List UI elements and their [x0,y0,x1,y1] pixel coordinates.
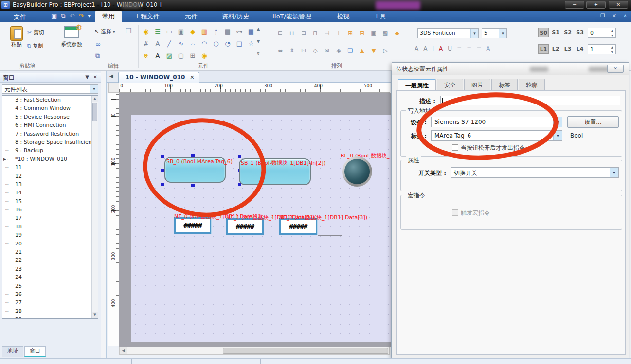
save-icon[interactable]: ▣ [51,12,57,20]
bit-lamp-icon[interactable]: ◉ [141,27,151,36]
ribbon-tab-object[interactable]: 元件 [178,11,204,22]
align-left-icon[interactable]: ⊑ [275,29,285,37]
tree-item[interactable]: 4 : Common Window [2,104,98,112]
align-text-right-icon[interactable]: ≡ [476,45,481,52]
same-height-icon[interactable]: ⊟ [357,29,367,37]
tree-item[interactable]: 21 [2,248,98,256]
state-s0-button[interactable]: S0 [538,28,549,37]
undo-icon[interactable]: ↶ [70,12,75,20]
state-s2-button[interactable]: S2 [562,28,573,37]
ribbon-tab-view[interactable]: 检视 [330,11,356,22]
release-command-checkbox[interactable]: 当按钮松开后才发出指令 [452,144,525,152]
language-spinner[interactable]: 1 ▲ ▼ [588,44,616,54]
font-family-dropdown-icon[interactable]: ▾ [470,29,478,38]
tree-item[interactable]: 27 [2,298,98,307]
canvas-tab-window010[interactable]: 10 - WINDOW_010✕ [118,72,199,83]
address-settings-button[interactable]: 设置... [567,116,619,128]
app-icon[interactable]: ⊞ [1,1,10,9]
selection-handle[interactable] [191,154,195,157]
resize-icon[interactable]: ◇ [310,46,320,55]
toggle-switch-icon[interactable]: ◆ [188,27,198,36]
file-menu-button[interactable]: 文件 [5,12,35,22]
tree-item[interactable]: 23 [2,265,98,273]
align-text-center-icon[interactable]: ≡ [467,45,471,52]
tag-dropdown-icon[interactable]: ▾ [553,131,562,140]
paste-button[interactable]: 粘贴 [4,26,29,48]
switch-type-select[interactable]: 切换开关▾ [451,167,619,178]
ribbon-tab-iiot[interactable]: IIoT/能源管理 [266,11,318,22]
pin-icon[interactable]: ◆ [392,29,402,37]
clear-format-icon[interactable]: A [486,45,490,52]
nudge-icon[interactable]: ⊡ [299,46,308,55]
tree-item[interactable]: *10 : WINDOW_010 [2,155,98,163]
select-button[interactable]: ↖ 选择 ▾ [94,28,115,35]
tree-item[interactable]: 15 [2,197,98,206]
rotate-icon[interactable]: ◈ [334,46,343,55]
language-l3-button[interactable]: L3 [562,44,573,54]
hmi-toggle-switch-sb1[interactable]: SB_1 (Bool-数据块_1[DB1]-In[2]) [239,158,311,185]
slider-icon[interactable]: ⊶ [234,27,244,36]
tree-item[interactable]: 7 : Password Restriction [2,130,98,138]
line-icon[interactable]: ╱ [164,39,174,49]
rectangle-icon[interactable]: □ [234,39,244,49]
distribute-vertical-icon[interactable]: ⇕ [287,46,297,55]
align-center-icon[interactable]: ⊔ [287,29,297,37]
language-l1-button[interactable]: L1 [538,44,549,54]
picture-icon[interactable]: ▨ [164,51,174,61]
option-list-icon[interactable]: ▤ [223,27,233,36]
multi-state-switch-icon[interactable]: ▥ [199,27,209,36]
ascii-object-icon[interactable]: A [153,39,162,49]
tree-item[interactable]: 25 [2,282,98,290]
pie-icon[interactable]: ◔ [223,39,233,49]
tree-item[interactable]: 6 : HMI Connection [2,121,98,129]
device-select[interactable]: Siemens S7-1200▾ [431,117,562,127]
close-button[interactable]: ✕ [609,1,628,9]
tree-item[interactable]: 28 [2,307,98,315]
set-bit-icon[interactable]: ▭ [164,27,174,36]
panel-collapse-icon[interactable]: ▼ [85,74,89,80]
language-l2-button[interactable]: L2 [550,44,561,54]
spin-down-icon[interactable]: ▼ [609,50,615,54]
quick-access-dropdown-icon[interactable]: ▾ [88,12,91,20]
tree-item[interactable]: 5 : Device Response [2,113,98,121]
tree-item[interactable]: 26 [2,290,98,298]
polyline-icon[interactable]: ⌢ [188,39,198,49]
state-spinner[interactable]: 0 ▲ ▼ [588,28,616,38]
selection-handle[interactable] [191,184,195,187]
distribute-horizontal-icon[interactable]: ⇔ [275,46,285,55]
layer-front-icon[interactable]: ❏ [345,46,355,55]
components-scroll-up-icon[interactable]: ▲ [257,27,260,31]
tree-item[interactable]: 17 [2,214,98,222]
language-l4-button[interactable]: L4 [575,44,585,54]
spin-up-icon[interactable]: ▲ [609,28,615,33]
font-size-dropdown-icon[interactable]: ▾ [499,29,506,38]
canvas-horizontal-scrollbar[interactable]: ◀ [119,347,390,355]
frame-icon[interactable]: ▢ [176,51,186,61]
align-top-icon[interactable]: ⊓ [310,29,320,37]
state-s3-button[interactable]: S3 [575,28,585,37]
tree-item[interactable]: 11 [2,163,98,172]
scale-icon[interactable]: ⋇ [141,51,151,61]
system-parameters-button[interactable]: ⚙ 系统参数 [57,26,86,48]
description-input[interactable] [440,96,620,105]
tree-item[interactable]: 29 [2,315,98,319]
overlap-window-icon[interactable]: ❐ [126,27,132,35]
select-dropdown-icon[interactable]: ▾ [113,30,115,34]
device-dropdown-icon[interactable]: ▾ [553,117,562,127]
align-middle-icon[interactable]: ⊣ [322,29,332,37]
multi-copy-icon[interactable]: ⧉ [95,52,100,60]
tree-item[interactable]: 20 [2,240,98,248]
scroll-up-icon[interactable]: ▲ [92,96,98,102]
word-lamp-icon[interactable]: ☰ [153,27,162,36]
circle-icon[interactable]: ○ [211,39,221,49]
freehand-icon[interactable]: ∿ [176,39,186,49]
selection-handle[interactable] [238,155,241,158]
redo-icon[interactable]: ↷ [79,12,84,20]
font-size-select[interactable]: 5▾ [482,28,507,38]
maximize-button[interactable]: + [586,1,606,9]
cut-button[interactable]: ✂ 剪切 [27,29,44,36]
child-close-icon[interactable]: ✕ [612,13,616,19]
tree-item[interactable]: 19 [2,231,98,239]
tree-item[interactable]: 3 : Fast Selection [2,96,98,104]
enlarge-font-icon[interactable]: A [415,45,418,52]
